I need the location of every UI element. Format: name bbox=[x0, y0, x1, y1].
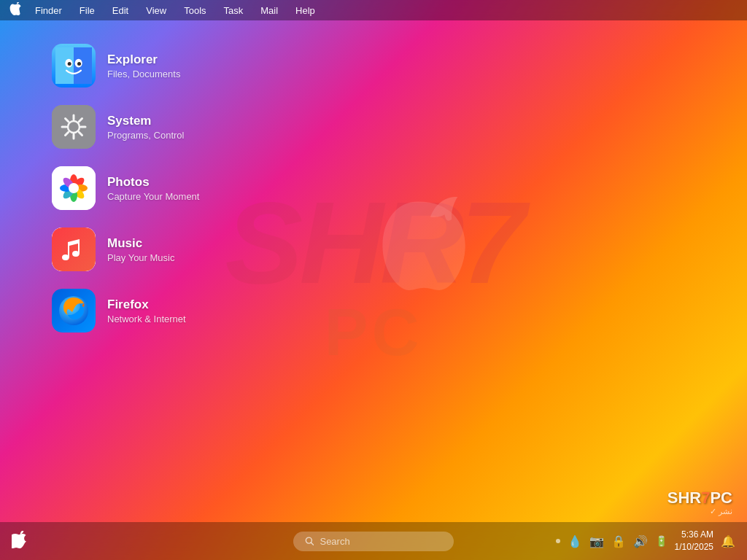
svg-rect-20 bbox=[52, 228, 96, 271]
app-panel: Explorer Files, Documents System Program… bbox=[40, 35, 244, 341]
menubar-items: Finder File Edit View Tools Task Mail He… bbox=[32, 4, 318, 18]
search-bar[interactable] bbox=[293, 532, 454, 551]
svg-point-18 bbox=[69, 183, 79, 193]
app-item-system[interactable]: System Programs, Control bbox=[40, 96, 244, 158]
menubar-finder[interactable]: Finder bbox=[32, 4, 65, 18]
firefox-text: Firefox Network & Internet bbox=[107, 298, 186, 324]
menubar-file[interactable]: File bbox=[77, 4, 98, 18]
menubar-view[interactable]: View bbox=[143, 4, 169, 18]
taskbar-apple-logo[interactable] bbox=[12, 531, 26, 552]
firefox-icon bbox=[52, 289, 96, 332]
water-icon[interactable]: 💧 bbox=[568, 534, 582, 548]
indicator-dot bbox=[556, 539, 560, 543]
taskbar-date-display: 1/10/2025 bbox=[675, 541, 713, 553]
battery-icon[interactable]: 🔋 bbox=[655, 535, 667, 547]
explorer-text: Explorer Files, Documents bbox=[107, 52, 180, 79]
app-item-explorer[interactable]: Explorer Files, Documents bbox=[40, 35, 244, 96]
menubar-mail[interactable]: Mail bbox=[258, 4, 281, 18]
photos-name: Photos bbox=[107, 175, 199, 190]
apple-logo[interactable] bbox=[9, 2, 22, 18]
notification-icon[interactable]: 🔔 bbox=[721, 534, 735, 548]
firefox-name: Firefox bbox=[107, 298, 186, 312]
menubar-edit[interactable]: Edit bbox=[109, 4, 131, 18]
brand-arabic-text: نشر ✓ bbox=[667, 507, 732, 516]
volume-icon[interactable]: 🔊 bbox=[633, 534, 648, 548]
system-icon bbox=[52, 105, 96, 149]
taskbar-center bbox=[293, 532, 454, 551]
search-input[interactable] bbox=[320, 536, 442, 547]
explorer-desc: Files, Documents bbox=[107, 69, 180, 79]
photos-text: Photos Capture Your Moment bbox=[107, 175, 199, 202]
taskbar-datetime: 5:36 AM 1/10/2025 bbox=[675, 529, 713, 553]
svg-point-5 bbox=[68, 62, 71, 66]
music-text: Music Play Your Music bbox=[107, 236, 175, 263]
menubar-tools[interactable]: Tools bbox=[181, 4, 209, 18]
app-item-photos[interactable]: Photos Capture Your Moment bbox=[40, 158, 244, 219]
lock-icon[interactable]: 🔒 bbox=[611, 534, 626, 548]
system-name: System bbox=[107, 114, 184, 128]
brand-main-text: SHR7PC bbox=[667, 489, 732, 507]
music-name: Music bbox=[107, 236, 175, 251]
brand-watermark: SHR7PC نشر ✓ bbox=[667, 489, 732, 516]
photos-desc: Capture Your Moment bbox=[107, 191, 199, 202]
app-item-music[interactable]: Music Play Your Music bbox=[40, 219, 244, 280]
photos-icon bbox=[52, 166, 96, 210]
svg-point-6 bbox=[77, 62, 81, 66]
menubar-task[interactable]: Task bbox=[221, 4, 247, 18]
taskbar-right: 💧 📷 🔒 🔊 🔋 5:36 AM 1/10/2025 🔔 bbox=[556, 529, 735, 553]
taskbar: 💧 📷 🔒 🔊 🔋 5:36 AM 1/10/2025 🔔 bbox=[0, 522, 747, 560]
explorer-icon bbox=[52, 44, 96, 88]
music-icon bbox=[52, 228, 96, 271]
svg-rect-7 bbox=[52, 105, 96, 149]
taskbar-time-display: 5:36 AM bbox=[675, 529, 713, 541]
firefox-desc: Network & Internet bbox=[107, 314, 186, 324]
system-desc: Programs, Control bbox=[107, 130, 184, 141]
camera-icon[interactable]: 📷 bbox=[589, 534, 604, 548]
menubar: Finder File Edit View Tools Task Mail He… bbox=[0, 0, 747, 20]
music-desc: Play Your Music bbox=[107, 252, 175, 263]
explorer-name: Explorer bbox=[107, 52, 180, 67]
system-text: System Programs, Control bbox=[107, 114, 184, 141]
search-icon bbox=[305, 536, 314, 546]
menubar-help[interactable]: Help bbox=[293, 4, 318, 18]
app-item-firefox[interactable]: Firefox Network & Internet bbox=[40, 280, 244, 341]
taskbar-left bbox=[12, 531, 31, 552]
